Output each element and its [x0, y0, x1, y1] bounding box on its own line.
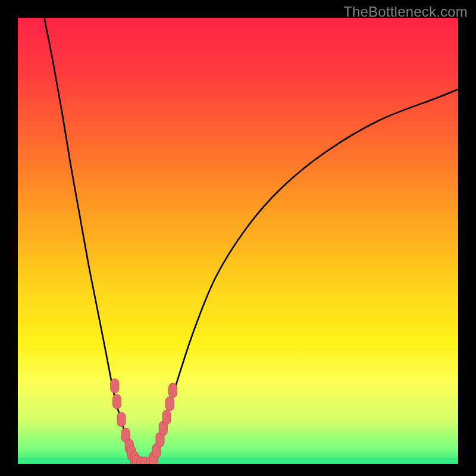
chart-svg [18, 18, 458, 464]
marker-point [111, 379, 119, 393]
marker-point [165, 397, 174, 411]
marker-point [162, 410, 171, 424]
marker-point [168, 383, 177, 397]
green-baseline [18, 458, 458, 460]
chart-frame: TheBottleneck.com [0, 0, 476, 476]
marker-point [117, 412, 126, 427]
chart-plot-area [18, 18, 458, 464]
watermark-text: TheBottleneck.com [343, 4, 468, 20]
marker-point [113, 394, 121, 409]
